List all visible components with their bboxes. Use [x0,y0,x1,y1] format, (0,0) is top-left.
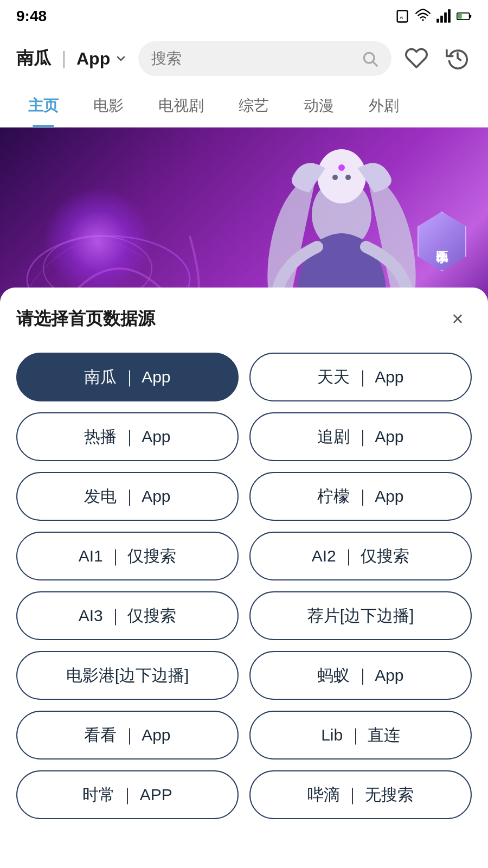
tab-variety[interactable]: 综艺 [221,85,286,127]
signal-icon [436,9,451,24]
tab-home[interactable]: 主页 [11,85,76,127]
source-nangua[interactable]: 南瓜 ｜ App [16,353,239,401]
svg-point-15 [317,149,366,203]
source-dianyinggang[interactable]: 电影港[边下边播] [16,651,239,700]
app-title[interactable]: 南瓜 ｜ App [16,47,127,71]
status-bar: 9:48 A [0,0,488,33]
app-divider: ｜ [55,47,72,71]
source-grid: 南瓜 ｜ App 天天 ｜ App 热播 ｜ App 追剧 ｜ App 发电 ｜… [16,353,472,819]
history-icon [446,46,470,70]
source-mayi[interactable]: 蚂蚁 ｜ App [249,651,472,700]
source-ai2[interactable]: AI2 ｜ 仅搜索 [249,532,472,580]
source-rebo[interactable]: 热播 ｜ App [16,412,239,461]
status-icons: A [395,9,472,24]
search-bar[interactable] [138,41,391,76]
tab-foreign[interactable]: 外剧 [351,85,416,127]
source-kankan[interactable]: 看看 ｜ App [16,711,239,760]
tab-anime[interactable]: 动漫 [286,85,351,127]
svg-rect-3 [436,19,439,23]
source-pidi[interactable]: 哔滴 ｜ 无搜索 [249,770,472,819]
svg-point-17 [345,175,351,180]
source-fadian[interactable]: 发电 ｜ App [16,472,239,521]
svg-point-18 [338,164,345,171]
modal-close-button[interactable]: × [444,305,472,333]
svg-rect-9 [470,15,472,17]
svg-rect-4 [440,16,443,23]
source-lib[interactable]: Lib ｜ 直连 [249,711,472,760]
app-name: 南瓜 [16,47,51,71]
header-actions [402,44,472,74]
status-time: 9:48 [16,8,47,25]
tab-tv[interactable]: 电视剧 [141,85,221,127]
chevron-down-icon[interactable] [114,52,127,65]
source-shichang[interactable]: 时常 ｜ APP [16,770,239,819]
svg-text:A: A [400,15,403,20]
header: 南瓜 ｜ App [0,33,488,85]
source-ningmeng[interactable]: 柠檬 ｜ App [249,472,472,521]
svg-line-11 [373,62,377,66]
modal-title: 请选择首页数据源 [16,307,155,331]
wifi-icon [415,9,431,24]
sim-icon: A [395,9,410,24]
battery-icon [457,9,472,24]
svg-rect-6 [448,9,451,22]
svg-rect-5 [444,12,447,23]
modal-header: 请选择首页数据源 × [16,305,472,333]
nav-tabs: 主页 电影 电视剧 综艺 动漫 外剧 [0,85,488,127]
source-suipian[interactable]: 荐片[边下边播] [249,591,472,640]
search-input[interactable] [151,50,355,67]
source-tiantian[interactable]: 天天 ｜ App [249,353,472,401]
svg-point-2 [422,19,424,21]
modal-sheet: 请选择首页数据源 × 南瓜 ｜ App 天天 ｜ App 热播 ｜ App 追剧… [0,288,488,868]
heart-icon [404,46,428,70]
source-ai1[interactable]: AI1 ｜ 仅搜索 [16,532,239,580]
source-ai3[interactable]: AI3 ｜ 仅搜索 [16,591,239,640]
svg-point-16 [332,175,338,180]
app-label: App [76,49,110,69]
source-zhuiju[interactable]: 追剧 ｜ App [249,412,472,461]
favorite-button[interactable] [402,44,431,74]
tab-movie[interactable]: 电影 [76,85,141,127]
svg-rect-8 [458,14,462,19]
search-icon [361,50,378,67]
history-button[interactable] [444,44,472,74]
